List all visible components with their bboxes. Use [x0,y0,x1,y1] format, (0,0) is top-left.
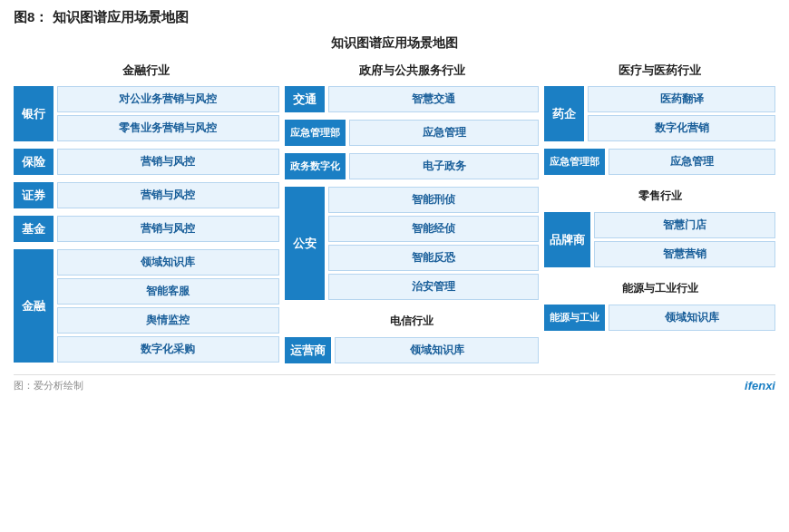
diagram-container: 金融行业 银行 对公业务营销与风控 零售业务营销与风控 保险 营销与风控 [14,59,775,367]
energy-items: 领域知识库 [609,305,775,331]
securities-label: 证券 [14,182,54,208]
gov-emergency-label: 应急管理部 [285,120,346,146]
energy-item-0: 领域知识库 [609,305,775,331]
finance-column: 金融行业 银行 对公业务营销与风控 零售业务营销与风控 保险 营销与风控 [14,59,279,367]
jinrong-item-3: 数字化采购 [57,336,279,363]
digital-gov-section: 政务数字化 电子政务 [285,153,539,179]
police-item-0: 智能刑侦 [328,187,539,213]
medical-column: 医疗与医药行业 药企 医药翻译 数字化营销 应急管理部 应急管理 [544,59,775,367]
footer-source: 图：爱分析绘制 [14,379,83,392]
jinrong-item-0: 领域知识库 [57,249,279,276]
jinrong-item-1: 智能客服 [57,278,279,305]
insurance-items: 营销与风控 [57,149,279,175]
energy-label: 能源与工业 [544,305,605,331]
telecom-header: 电信行业 [285,311,539,332]
medical-emergency-section: 应急管理部 应急管理 [544,149,775,175]
ifenxi-logo: ifenxi [745,379,775,392]
brand-item-1: 智慧营销 [594,241,775,267]
gov-wrapper: 交通 智慧交通 应急管理部 应急管理 政务数字化 电子政务 [285,86,539,367]
police-item-3: 治安管理 [328,274,539,300]
digital-gov-items: 电子政务 [349,153,539,179]
footer: 图：爱分析绘制 ifenxi [14,374,775,392]
traffic-item-0: 智慧交通 [328,86,539,112]
jinrong-label: 金融 [14,249,54,363]
insurance-section: 保险 营销与风控 [14,149,279,175]
pharma-item-0: 医药翻译 [588,86,775,112]
insurance-item-0: 营销与风控 [57,149,279,175]
traffic-section: 交通 智慧交通 [285,86,539,112]
medical-wrapper: 药企 医药翻译 数字化营销 应急管理部 应急管理 零售行业 品牌商 [544,86,775,334]
telecom-items: 领域知识库 [335,337,539,363]
digital-gov-item-0: 电子政务 [349,153,539,179]
police-items: 智能刑侦 智能经侦 智能反恐 治安管理 [328,187,539,300]
pharma-items: 医药翻译 数字化营销 [588,86,775,141]
medical-emergency-item-0: 应急管理 [609,149,775,175]
retail-header: 零售行业 [544,186,775,207]
jinrong-item-2: 舆情监控 [57,307,279,334]
police-section: 公安 智能刑侦 智能经侦 智能反恐 治安管理 [285,187,539,300]
securities-items: 营销与风控 [57,182,279,208]
telecom-item-0: 领域知识库 [335,337,539,363]
traffic-items: 智慧交通 [328,86,539,112]
bank-section: 银行 对公业务营销与风控 零售业务营销与风控 [14,86,279,141]
telecom-section: 运营商 领域知识库 [285,337,539,363]
fund-item-0: 营销与风控 [57,216,279,242]
medical-emergency-label: 应急管理部 [544,149,605,175]
main-title: 知识图谱应用场景地图 [14,35,775,52]
securities-section: 证券 营销与风控 [14,182,279,208]
bank-label: 银行 [14,86,54,141]
securities-item-0: 营销与风控 [57,182,279,208]
pharma-section: 药企 医药翻译 数字化营销 [544,86,775,141]
bank-items: 对公业务营销与风控 零售业务营销与风控 [57,86,279,141]
finance-wrapper: 银行 对公业务营销与风控 零售业务营销与风控 保险 营销与风控 证券 [14,86,279,366]
bank-item-1: 零售业务营销与风控 [57,115,279,141]
brand-items: 智慧门店 智慧营销 [594,212,775,267]
insurance-label: 保险 [14,149,54,175]
jinrong-section: 金融 领域知识库 智能客服 舆情监控 数字化采购 [14,249,279,363]
digital-gov-label: 政务数字化 [285,153,346,179]
energy-header: 能源与工业行业 [544,278,775,299]
pharma-item-1: 数字化营销 [588,115,775,141]
fund-items: 营销与风控 [57,216,279,242]
brand-item-0: 智慧门店 [594,212,775,238]
medical-header: 医疗与医药行业 [544,59,775,82]
finance-header: 金融行业 [14,59,279,82]
energy-section: 能源与工业 领域知识库 [544,305,775,331]
telecom-label: 运营商 [285,337,331,363]
police-label: 公安 [285,187,325,300]
pharma-label: 药企 [544,86,584,141]
gov-emergency-items: 应急管理 [349,120,539,146]
bank-item-0: 对公业务营销与风控 [57,86,279,112]
police-item-1: 智能经侦 [328,216,539,242]
figure-title: 图8： 知识图谱应用场景地图 [14,9,775,26]
brand-label: 品牌商 [544,212,590,267]
police-item-2: 智能反恐 [328,245,539,271]
gov-header: 政府与公共服务行业 [285,59,539,82]
jinrong-items: 领域知识库 智能客服 舆情监控 数字化采购 [57,249,279,363]
gov-emergency-section: 应急管理部 应急管理 [285,120,539,146]
gov-column: 政府与公共服务行业 交通 智慧交通 应急管理部 应急管理 [285,59,539,367]
traffic-label: 交通 [285,86,325,112]
medical-emergency-items: 应急管理 [609,149,775,175]
brand-section: 品牌商 智慧门店 智慧营销 [544,212,775,267]
gov-emergency-item-0: 应急管理 [349,120,539,146]
fund-label: 基金 [14,216,54,242]
fund-section: 基金 营销与风控 [14,216,279,242]
